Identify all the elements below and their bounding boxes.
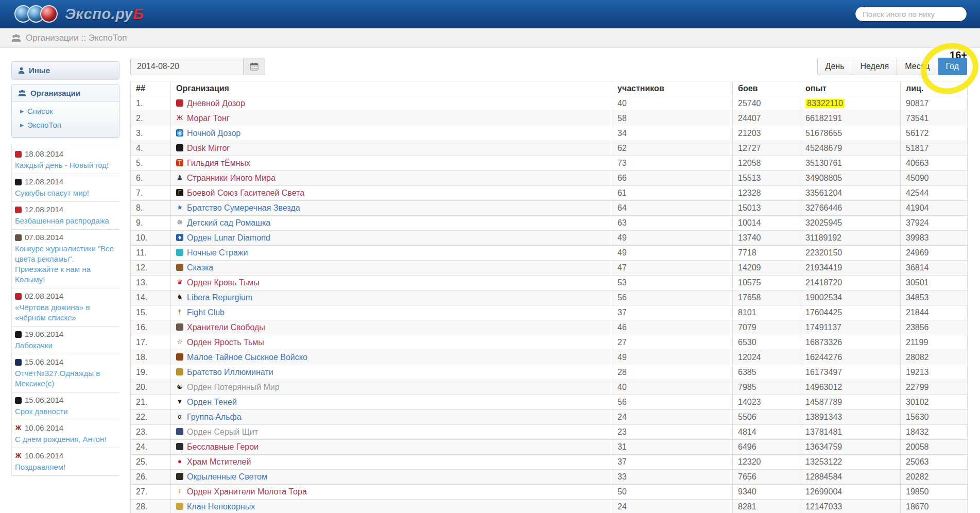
org-cell: ŦОрден Хранители Молота Тора — [171, 485, 612, 500]
org-link[interactable]: Братство Иллюминати — [187, 368, 273, 377]
news-link[interactable]: «Чёртова дюжина» в «чёрном списке» — [15, 302, 116, 323]
news-item: Ж10.06.2014С днем рождения, Антон! — [12, 420, 119, 448]
org-link[interactable]: Хранители Свободы — [187, 323, 265, 332]
date-picker-group — [130, 58, 265, 75]
org-link[interactable]: Группа Альфа — [187, 413, 242, 421]
org-link[interactable]: Малое Тайное Сыскное Войско — [187, 353, 307, 362]
period-button-month[interactable]: Месяц — [897, 58, 938, 75]
org-cell: Dusk Mirror — [171, 141, 612, 156]
search-input[interactable] — [855, 6, 967, 22]
members-cell: 27 — [612, 335, 733, 350]
logo[interactable]: Экспо.руБ — [14, 5, 144, 23]
table-row: 21.▼Орден Теней56140231458778930102 — [131, 395, 968, 410]
news-link[interactable]: С днем рождения, Антон! — [15, 434, 116, 444]
org-link[interactable]: Окрыленные Светом — [187, 472, 267, 481]
org-link[interactable]: Fight Club — [187, 308, 225, 317]
news-date-text: 10.06.2014 — [25, 451, 63, 461]
news-link[interactable]: Поздравляем! — [15, 462, 116, 472]
table-row: 14.♞Libera Repurgium56176581900253434853 — [131, 290, 968, 305]
org-link[interactable]: Орден Кровь Тьмы — [187, 278, 260, 287]
table-row: 24.Бесславные Герои3164961363475920058 — [131, 440, 968, 455]
sidebar-item-others[interactable]: Иные — [12, 62, 119, 79]
members-cell: 73 — [612, 156, 733, 171]
org-link[interactable]: Клан Непокорных — [187, 502, 255, 511]
org-link[interactable]: Мораг Тонг — [187, 114, 230, 123]
navbar: Экспо.руБ — [0, 0, 980, 28]
rank-cell: 13. — [131, 276, 171, 290]
news-item: 15.06.2014Отчёт№327.Однажды в Мексике(с) — [12, 354, 119, 392]
org-icon: Ŧ — [176, 488, 183, 495]
calendar-button[interactable] — [244, 58, 265, 75]
news-link[interactable]: Конкурс журналистики "Все цвета рекламы"… — [15, 244, 116, 285]
org-icon: ☸ — [176, 219, 183, 226]
org-cell: ♦Орден Lunar Diamond — [171, 231, 612, 246]
table-row: 10.♦Орден Lunar Diamond49137403118919239… — [131, 231, 968, 246]
org-link[interactable]: Детский сад Ромашка — [187, 218, 270, 227]
org-link[interactable]: Странники Иного Мира — [187, 174, 276, 182]
org-icon: ♦ — [176, 234, 183, 241]
news-link[interactable]: Отчёт№327.Однажды в Мексике(с) — [15, 368, 116, 389]
table-row: 23.Орден Серый Щит2348141378148118432 — [131, 425, 968, 440]
org-link[interactable]: Сказка — [187, 263, 213, 272]
org-icon — [176, 323, 183, 331]
org-link[interactable]: Libera Repurgium — [187, 293, 252, 302]
news-link[interactable]: Безбашенная распродажа — [15, 216, 116, 226]
lic-cell: 20058 — [901, 440, 968, 455]
org-link[interactable]: Орден Серый Щит — [187, 427, 258, 436]
lic-cell: 15630 — [901, 410, 968, 425]
members-cell: 53 — [612, 276, 733, 290]
org-cell: Бесславные Герои — [171, 440, 612, 455]
period-button-day[interactable]: День — [817, 58, 853, 75]
org-link[interactable]: Dusk Mirror — [187, 144, 230, 152]
table-row: 12.Сказка47142092193441936814 — [131, 261, 968, 276]
org-icon: ☯ — [176, 383, 183, 390]
sidebar-link-expotop[interactable]: ЭкспоТоп — [27, 121, 61, 129]
org-link[interactable]: Храм Мстителей — [187, 457, 251, 466]
users-icon — [11, 34, 21, 42]
org-link[interactable]: Орден Хранители Молота Тора — [187, 487, 307, 496]
news-link[interactable]: Каждый день - Новый год! — [15, 160, 116, 170]
sidebar-panel-others: Иные — [11, 61, 119, 79]
org-table: ##Организацияучастниковбоевопытлиц. 1.Дн… — [130, 81, 968, 513]
person-icon — [18, 67, 25, 74]
rank-cell: 14. — [131, 290, 171, 305]
battles-cell: 6530 — [733, 335, 800, 350]
org-link[interactable]: Ночные Стражи — [187, 248, 248, 257]
news-link[interactable]: Лабокачки — [15, 340, 116, 351]
sidebar: Иные Организации ▶Список▶ЭкспоТоп 18.08.… — [11, 61, 119, 476]
table-header-row: ##Организацияучастниковбоевопытлиц. — [131, 81, 968, 96]
news-link[interactable]: Срок давности — [15, 406, 116, 417]
members-cell: 63 — [612, 216, 733, 231]
rank-cell: 28. — [131, 500, 171, 513]
exp-cell: 16873326 — [800, 335, 901, 350]
org-link[interactable]: Орден Потерянный Мир — [187, 383, 280, 391]
org-link[interactable]: Ночной Дозор — [187, 129, 240, 138]
sidebar-link-list[interactable]: Список — [27, 107, 53, 115]
exp-cell: 45248679 — [800, 141, 901, 156]
rank-cell: 16. — [131, 320, 171, 335]
members-cell: 49 — [612, 246, 733, 261]
org-link[interactable]: Орден Ярость Тьмы — [187, 338, 264, 347]
org-link[interactable]: Дневной Дозор — [187, 99, 245, 108]
battles-cell: 17658 — [733, 290, 800, 305]
column-header: боев — [733, 81, 800, 96]
org-link[interactable]: Орден Lunar Diamond — [187, 233, 270, 242]
date-input[interactable] — [130, 58, 244, 75]
period-button-week[interactable]: Неделя — [852, 58, 897, 75]
period-button-year[interactable]: Год — [938, 58, 967, 75]
table-row: 6.♟Странники Иного Мира66155133490880545… — [131, 171, 968, 186]
org-link[interactable]: Братство Сумеречная Звезда — [187, 203, 300, 212]
org-link[interactable]: Орден Теней — [187, 398, 237, 406]
sidebar-links: ▶Список▶ЭкспоТоп — [12, 101, 119, 137]
news-link[interactable]: Суккубы спасут мир! — [15, 188, 116, 198]
rank-cell: 6. — [131, 171, 171, 186]
org-link[interactable]: Бесславные Герои — [187, 442, 259, 451]
org-link[interactable]: Боевой Союз Гасителей Света — [187, 189, 304, 197]
rank-cell: 1. — [131, 96, 171, 111]
sidebar-item-organizations[interactable]: Организации — [12, 84, 119, 101]
rank-cell: 18. — [131, 350, 171, 365]
news-icon — [15, 207, 22, 213]
org-link[interactable]: Гильдия тЁмных — [187, 159, 250, 167]
exp-cell: 17491137 — [800, 320, 901, 335]
column-header: опыт — [800, 81, 901, 96]
